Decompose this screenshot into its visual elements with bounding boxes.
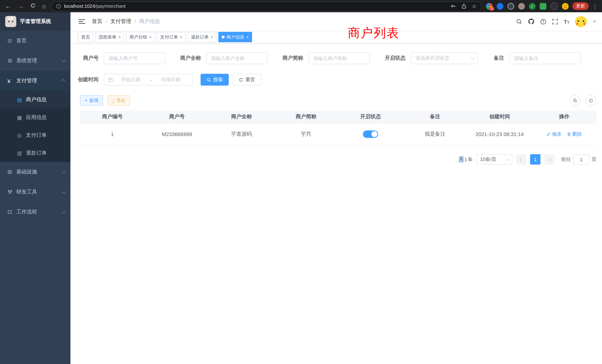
reload-icon[interactable]	[30, 3, 36, 9]
sidebar-item-devtools[interactable]: ⚒ 研发工具	[0, 182, 70, 202]
status-select[interactable]: 请选择开启状态	[411, 52, 478, 64]
extension-icon-wheel[interactable]: 10	[486, 3, 493, 10]
sidebar-item-system[interactable]: ⚙ 系统管理	[0, 51, 70, 71]
sidebar-item-app-info[interactable]: ▦ 应用信息	[0, 109, 70, 126]
close-icon[interactable]: ×	[211, 35, 213, 39]
tags-view: 首页 流程表单 × 用户分组 × 支付订单 × 退款订单 ×	[70, 31, 602, 44]
fullscreen-icon[interactable]	[552, 18, 558, 25]
extension-icon-drop[interactable]	[497, 3, 503, 10]
start-date-placeholder: 开始日期	[113, 76, 149, 83]
pagination-goto: 前往 页	[561, 154, 596, 165]
browser-menu-icon[interactable]: ⋮	[592, 3, 602, 9]
status-label: 开启状态	[385, 55, 406, 62]
forward-icon[interactable]: →	[18, 3, 24, 9]
search-icon	[206, 77, 211, 82]
short-name-input[interactable]	[308, 52, 370, 64]
font-size-icon[interactable]: TT	[564, 19, 569, 24]
yen-icon: ¥	[7, 78, 16, 84]
remark-input[interactable]	[509, 52, 581, 64]
navbar-actions: TT	[516, 16, 602, 27]
pagination: 共 1 条 10条/页 1 前往 页	[70, 154, 596, 165]
merchant-no-input[interactable]	[104, 52, 165, 64]
export-button[interactable]: ↓ 导出	[108, 95, 130, 106]
date-range-picker[interactable]: 开始日期 - 结束日期	[104, 74, 192, 86]
cell-id: 1	[80, 131, 145, 137]
status-toggle[interactable]	[363, 130, 378, 138]
share-icon[interactable]	[461, 3, 466, 9]
site-info-icon[interactable]	[56, 3, 61, 9]
close-icon[interactable]: ×	[246, 35, 249, 39]
extension-icon-avatar[interactable]	[518, 3, 525, 10]
prev-page-button[interactable]	[516, 154, 526, 165]
page-size-select[interactable]: 10条/页	[476, 154, 512, 165]
avatar-caret-icon[interactable]	[593, 21, 596, 22]
refresh-icon	[239, 77, 244, 82]
search-icon	[572, 98, 577, 103]
extension-icon-check[interactable]: ✓	[529, 3, 536, 10]
logo-avatar	[5, 16, 16, 27]
sidebar-toggle-icon[interactable]	[79, 18, 85, 25]
extension-icon-ring[interactable]	[507, 3, 514, 10]
chevron-right-icon	[547, 157, 551, 161]
search-icon[interactable]	[516, 18, 522, 25]
box-icon: ⊡	[7, 209, 16, 215]
sidebar-item-workflow[interactable]: ⊡ 工作流程	[0, 202, 70, 222]
refresh-table-button[interactable]	[585, 95, 596, 106]
breadcrumb-home[interactable]: 首页	[92, 18, 102, 25]
sidebar-item-merchant-info[interactable]: ▤ 商户信息	[0, 91, 70, 109]
tab-process-form[interactable]: 流程表单 ×	[95, 32, 124, 42]
close-icon[interactable]: ×	[149, 35, 152, 39]
monitor-icon: ⊞	[7, 169, 16, 175]
page-1-button[interactable]: 1	[530, 154, 540, 165]
sidebar-item-refund-order[interactable]: ▥ 退款订单	[0, 144, 70, 162]
chevron-up-icon	[61, 79, 65, 83]
user-avatar[interactable]	[575, 16, 587, 27]
browser-chrome: ← → ⌂ localhost:1024 /pay/merchant ☆	[0, 0, 602, 12]
show-search-toggle[interactable]	[569, 95, 580, 106]
extension-icon-knot[interactable]	[550, 2, 558, 10]
back-icon[interactable]: ←	[5, 3, 11, 9]
sidebar-item-infrastructure[interactable]: ⊞ 基础设施	[0, 162, 70, 182]
tab-merchant-info[interactable]: 商户信息 ×	[218, 32, 252, 42]
range-separator: -	[149, 77, 153, 83]
full-name-input[interactable]	[206, 52, 268, 64]
search-button[interactable]: 搜索	[201, 74, 229, 86]
github-icon[interactable]	[528, 18, 534, 25]
goto-page-input[interactable]	[573, 154, 589, 165]
extension-icon-smiley[interactable]	[562, 3, 569, 10]
edit-link[interactable]: 修改	[546, 131, 562, 138]
tab-user-group[interactable]: 用户分组 ×	[126, 32, 155, 42]
reset-button[interactable]: 重置	[233, 74, 261, 86]
tab-home[interactable]: 首页	[78, 32, 93, 42]
short-name-label: 商户简称	[282, 55, 303, 62]
url-bar[interactable]: localhost:1024 /pay/merchant ☆	[51, 1, 482, 11]
cell-remark: 我是备注	[403, 131, 467, 138]
extension-badge: 10	[489, 7, 494, 11]
tab-refund-order[interactable]: 退款订单 ×	[188, 32, 216, 42]
sidebar: 芋道管理系统 ⊙ 首页 ⚙ 系统管理 ¥ 支付管理 ▤ 商户信息	[0, 12, 70, 364]
sidebar-item-home[interactable]: ⊙ 首页	[0, 31, 70, 51]
sidebar-logo[interactable]: 芋道管理系统	[0, 12, 70, 31]
browser-update-button[interactable]: 更新	[572, 2, 589, 10]
breadcrumb-payment[interactable]: 支付管理	[110, 18, 131, 25]
chevron-down-icon	[506, 157, 510, 161]
chevron-down-icon	[471, 56, 474, 60]
help-icon[interactable]	[540, 18, 546, 25]
delete-link[interactable]: 删除	[567, 131, 582, 138]
next-page-button[interactable]	[544, 154, 555, 165]
sidebar-item-pay-order[interactable]: ◎ 支付订单	[0, 126, 70, 144]
merchant-table: 商户编号 商户号 商户全称 商户简称 开启状态 备注 创建时间 操作 1 M23…	[80, 110, 596, 145]
home-icon[interactable]: ⌂	[42, 3, 46, 9]
close-icon[interactable]: ×	[180, 35, 182, 39]
password-key-icon[interactable]	[450, 3, 456, 9]
page-unit-label: 页	[592, 156, 596, 163]
cell-short-name: 芋艿	[274, 131, 338, 138]
tab-pay-order[interactable]: 支付订单 ×	[157, 32, 186, 42]
sidebar-item-payment[interactable]: ¥ 支付管理	[0, 71, 70, 91]
cell-actions: 修改 删除	[532, 131, 596, 138]
create-time-label: 创建时间	[78, 76, 99, 83]
add-button[interactable]: + 新增	[80, 95, 103, 106]
extension-icon-notes[interactable]	[540, 3, 546, 10]
close-icon[interactable]: ×	[118, 35, 121, 39]
bookmark-star-icon[interactable]: ☆	[472, 3, 477, 9]
